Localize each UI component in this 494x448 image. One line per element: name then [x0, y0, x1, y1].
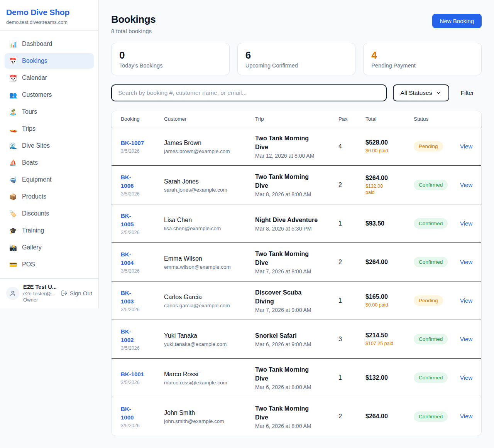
paid-amount: $107.25 paid	[365, 340, 414, 347]
sidebar-item-boats[interactable]: ⛵ Boats	[5, 155, 94, 170]
view-link[interactable]: View	[460, 413, 472, 419]
sidebar-item-label: POS	[22, 261, 35, 268]
booking-link[interactable]: BK-1007	[121, 139, 164, 147]
chevron-down-icon	[436, 90, 441, 96]
table-row: BK-1001 3/5/2026 Marco Rossi marco.rossi…	[112, 359, 481, 397]
customer-cell: Yuki Tanaka yuki.tanaka@example.com	[164, 332, 255, 347]
trip-cell: Snorkel Safari Mar 6, 2026 at 9:00 AM	[255, 331, 338, 347]
sidebar-item-dashboard[interactable]: 📊 Dashboard	[5, 36, 94, 52]
view-link[interactable]: View	[460, 336, 472, 342]
customer-cell: Carlos Garcia carlos.garcia@example.com	[164, 293, 255, 308]
trip-datetime: Mar 7, 2026 at 8:00 AM	[255, 268, 338, 275]
table-row: BK- 1003 3/5/2026 Carlos Garcia carlos.g…	[112, 281, 481, 320]
customer-cell: Marco Rossi marco.rossi@example.com	[164, 370, 255, 386]
status-filter-select[interactable]: All Statuses	[393, 84, 449, 101]
boats-icon: ⛵	[9, 159, 17, 167]
search-input[interactable]	[111, 84, 387, 101]
sidebar-item-equipment[interactable]: 🤿 Equipment	[5, 172, 94, 187]
sidebar-item-products[interactable]: 📦 Products	[5, 189, 94, 204]
trip-name: Night Dive Adventure	[255, 216, 338, 224]
sidebar-item-pos[interactable]: 💳 POS	[5, 257, 94, 272]
customer-name: Sarah Jones	[164, 177, 255, 185]
customer-name: Carlos Garcia	[164, 293, 255, 301]
customer-name: James Brown	[164, 139, 255, 147]
training-icon: 🎓	[9, 227, 17, 234]
main-content: Bookings 8 total bookings New Booking 0T…	[99, 0, 494, 436]
view-link[interactable]: View	[460, 143, 472, 150]
booking-link[interactable]: BK- 1003	[121, 289, 164, 306]
booking-cell: BK-1007 3/5/2026	[121, 139, 164, 154]
total-cell: $165.00 $0.00 paid	[365, 293, 414, 308]
status-badge: Confirmed	[414, 334, 448, 344]
trips-icon: 🚤	[9, 125, 17, 133]
view-link[interactable]: View	[460, 259, 472, 265]
shop-name[interactable]: Demo Dive Shop	[6, 8, 92, 17]
sidebar-item-trips[interactable]: 🚤 Trips	[5, 121, 94, 136]
booking-link[interactable]: BK- 1004	[121, 250, 164, 267]
sidebar-item-label: Gallery	[22, 244, 42, 251]
booking-link[interactable]: BK- 1005	[121, 212, 164, 229]
status-cell: Confirmed	[414, 180, 460, 190]
brand-block: Demo Dive Shop demo.test.divestreams.com	[0, 0, 98, 31]
table-row: BK- 1002 3/5/2026 Yuki Tanaka yuki.tanak…	[112, 320, 481, 359]
tours-icon: 🏝️	[9, 108, 17, 116]
customer-name: Lisa Chen	[164, 216, 255, 224]
equipment-icon: 🤿	[9, 176, 17, 184]
sidebar-item-calendar[interactable]: 📆 Calendar	[5, 70, 94, 86]
view-link[interactable]: View	[460, 220, 472, 227]
status-badge: Pending	[414, 295, 443, 306]
status-badge: Pending	[414, 141, 443, 152]
paid-amount: $0.00 paid	[365, 148, 414, 154]
booking-link[interactable]: BK- 1002	[121, 327, 164, 344]
sidebar-item-discounts[interactable]: 🏷️ Discounts	[5, 206, 94, 221]
total-amount: $93.50	[365, 220, 414, 227]
total-cell: $132.00	[365, 374, 414, 381]
booking-date: 3/5/2026	[121, 380, 164, 385]
sidebar-item-bookings[interactable]: 📅 Bookings	[5, 53, 94, 69]
trip-datetime: Mar 8, 2026 at 8:00 AM	[255, 191, 338, 197]
booking-link[interactable]: BK-1001	[121, 370, 164, 379]
total-amount: $528.00	[365, 139, 414, 146]
booking-date: 3/5/2026	[121, 191, 164, 197]
sidebar-item-gallery[interactable]: 📸 Gallery	[5, 240, 94, 255]
user-block: E2E Test U... e2e-tester@... Owner Sign …	[0, 278, 98, 308]
total-amount: $264.00	[365, 259, 414, 266]
stat-card: 0Today's Bookings	[111, 43, 230, 75]
view-link[interactable]: View	[460, 182, 472, 188]
pax-count: 3	[338, 336, 365, 343]
filter-button[interactable]: Filter	[455, 89, 479, 96]
status-badge: Confirmed	[414, 411, 448, 422]
view-link[interactable]: View	[460, 297, 472, 304]
trip-datetime: Mar 6, 2026 at 8:00 AM	[255, 423, 338, 429]
sidebar-item-label: Bookings	[22, 57, 47, 64]
trip-cell: Two Tank Morning Dive Mar 6, 2026 at 8:0…	[255, 404, 338, 429]
status-badge: Confirmed	[414, 372, 448, 383]
sign-out-label: Sign Out	[70, 290, 92, 296]
trip-name: Snorkel Safari	[255, 331, 338, 340]
sign-out-button[interactable]: Sign Out	[61, 290, 92, 296]
table-row: BK- 1006 3/5/2026 Sarah Jones sarah.jone…	[112, 166, 481, 204]
column-header: Trip	[255, 116, 338, 122]
total-cell: $264.00	[365, 259, 414, 266]
gallery-icon: 📸	[9, 244, 17, 251]
trip-datetime: Mar 8, 2026 at 5:30 PM	[255, 226, 338, 232]
booking-date: 3/5/2026	[121, 148, 164, 154]
calendar-icon: 📆	[9, 74, 17, 82]
sidebar-item-customers[interactable]: 👥 Customers	[5, 87, 94, 103]
avatar	[6, 287, 19, 300]
sidebar-item-label: Boats	[22, 159, 38, 166]
new-booking-button[interactable]: New Booking	[432, 14, 482, 28]
booking-date: 3/5/2026	[121, 345, 164, 351]
sidebar: Demo Dive Shop demo.test.divestreams.com…	[0, 0, 99, 308]
sidebar-item-dive-sites[interactable]: 🌊 Dive Sites	[5, 138, 94, 153]
discounts-icon: 🏷️	[9, 210, 17, 217]
booking-link[interactable]: BK- 1006	[121, 173, 164, 190]
view-link[interactable]: View	[460, 374, 472, 381]
trip-datetime: Mar 6, 2026 at 8:00 AM	[255, 384, 338, 390]
total-cell: $264.00 $132.00 paid	[365, 175, 414, 195]
booking-date: 3/5/2026	[121, 307, 164, 312]
sidebar-item-tours[interactable]: 🏝️ Tours	[5, 104, 94, 120]
sidebar-item-training[interactable]: 🎓 Training	[5, 223, 94, 238]
column-header: Pax	[338, 116, 365, 122]
booking-link[interactable]: BK- 1000	[121, 405, 164, 422]
